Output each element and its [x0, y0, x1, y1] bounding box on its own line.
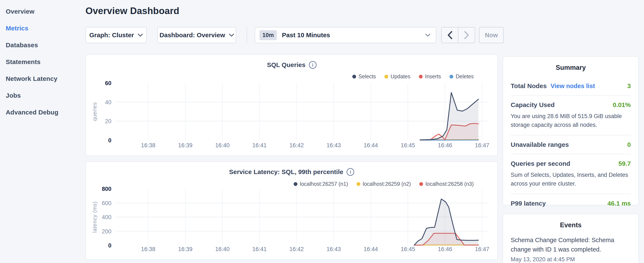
service-latency-plot: 16:3816:3916:4016:4116:4216:4316:4416:45…: [86, 185, 498, 260]
events-title: Events: [511, 221, 631, 229]
svg-text:16:41: 16:41: [252, 142, 267, 149]
svg-text:0: 0: [108, 242, 112, 249]
summary-row-value: 46.1 ms: [608, 200, 631, 207]
chart-header: SQL Queries i: [86, 61, 498, 69]
legend-label: Inserts: [425, 73, 441, 80]
chart-title: Service Latency: SQL, 99th percentile: [229, 168, 343, 176]
svg-text:16:42: 16:42: [289, 246, 304, 252]
legend-label: Selects: [358, 73, 376, 80]
legend-item: Selects: [352, 73, 376, 80]
summary-row-label: Total Nodes: [511, 82, 546, 90]
chevron-left-icon: [447, 31, 453, 39]
svg-text:16:42: 16:42: [289, 142, 304, 149]
time-range-selector[interactable]: 10m Past 10 Minutes: [255, 27, 436, 43]
svg-text:200: 200: [102, 228, 112, 235]
svg-text:16:46: 16:46: [438, 142, 452, 149]
svg-text:16:44: 16:44: [364, 246, 378, 252]
events-panel: Events Schema Change Completed: Schema c…: [502, 214, 639, 263]
legend-label: Updates: [390, 73, 410, 80]
summary-panel: Summary Total NodesView nodes list3Capac…: [502, 56, 639, 205]
legend-dot-icon: [419, 75, 423, 79]
summary-row-description: Sum of Selects, Updates, Inserts, and De…: [511, 171, 631, 188]
summary-row: P99 latency46.1 ms: [511, 194, 631, 212]
summary-row-label: Unavailable ranges: [511, 141, 569, 148]
legend-label: Deletes: [456, 73, 474, 80]
info-icon[interactable]: i: [346, 168, 354, 176]
event-item[interactable]: Schema Change Completed: Schema change w…: [511, 235, 631, 263]
svg-text:16:47: 16:47: [475, 246, 490, 252]
sidebar: OverviewMetricsDatabasesStatementsNetwor…: [0, 0, 81, 121]
controls-divider: [247, 27, 247, 43]
page-title: Overview Dashboard: [86, 6, 179, 16]
summary-row: Capacity Used0.01%You are using 28.6 MiB…: [511, 96, 631, 135]
summary-row-value: 59.7: [618, 160, 631, 167]
summary-row: Unavailable ranges0: [511, 135, 631, 154]
svg-text:16:39: 16:39: [178, 246, 193, 252]
svg-text:16:39: 16:39: [178, 142, 193, 149]
svg-text:16:45: 16:45: [401, 246, 415, 252]
svg-text:16:41: 16:41: [252, 246, 267, 252]
chevron-down-icon: [229, 34, 234, 37]
chevron-down-icon: [425, 34, 430, 37]
event-timestamp: May 13, 2020 at 4:45 PM: [511, 256, 631, 263]
dashboard-dropdown-label: Dashboard: Overview: [160, 32, 225, 39]
summary-row: Total NodesView nodes list3: [511, 77, 631, 96]
graph-dropdown-label: Graph: Cluster: [89, 32, 134, 39]
summary-row-value: 0.01%: [613, 101, 631, 109]
now-button[interactable]: Now: [479, 27, 504, 43]
sidebar-item-network-latency[interactable]: Network Latency: [6, 70, 81, 87]
legend-dot-icon: [352, 75, 356, 79]
svg-text:16:38: 16:38: [141, 142, 156, 149]
info-icon[interactable]: i: [309, 61, 316, 69]
chart-legend: SelectsUpdatesInsertsDeletes: [352, 73, 474, 80]
summary-row-label: P99 latency: [511, 200, 546, 207]
summary-title: Summary: [511, 64, 631, 72]
time-step-buttons: [441, 27, 475, 43]
sidebar-item-advanced-debug[interactable]: Advanced Debug: [6, 104, 81, 121]
dashboard-dropdown[interactable]: Dashboard: Overview: [157, 27, 236, 43]
svg-text:16:40: 16:40: [215, 142, 230, 149]
svg-text:16:43: 16:43: [326, 246, 341, 252]
time-range-badge: 10m: [260, 30, 277, 40]
sidebar-item-overview[interactable]: Overview: [6, 3, 81, 20]
view-nodes-list-link[interactable]: View nodes list: [550, 83, 595, 90]
sql-queries-plot: 16:3816:3916:4016:4116:4216:4316:4416:45…: [86, 79, 498, 156]
summary-row-label: Capacity Used: [511, 101, 555, 109]
service-latency-chart-card: Service Latency: SQL, 99th percentile i …: [86, 161, 498, 260]
svg-text:16:46: 16:46: [438, 246, 452, 252]
legend-dot-icon: [384, 75, 388, 79]
controls-row: Graph: Cluster Dashboard: Overview 10m P…: [0, 27, 644, 43]
sidebar-item-statements[interactable]: Statements: [6, 53, 81, 70]
svg-text:600: 600: [102, 200, 112, 206]
svg-text:40: 40: [105, 99, 112, 106]
summary-row-value: 0: [627, 141, 631, 148]
svg-text:16:43: 16:43: [326, 142, 341, 149]
summary-row-description: You are using 28.6 MiB of 515.9 GiB usab…: [511, 112, 631, 129]
legend-item: Updates: [384, 73, 410, 80]
legend-dot-icon: [450, 75, 453, 79]
svg-text:400: 400: [102, 214, 112, 220]
legend-item: Deletes: [450, 73, 474, 80]
summary-row: Queries per second59.7Sum of Selects, Up…: [511, 154, 631, 194]
chart-header: Service Latency: SQL, 99th percentile i: [86, 168, 498, 176]
sql-queries-chart-card: SQL Queries i SelectsUpdatesInsertsDelet…: [86, 54, 498, 156]
svg-text:16:45: 16:45: [401, 142, 415, 149]
chevron-right-icon: [464, 31, 470, 39]
svg-text:16:47: 16:47: [475, 142, 490, 149]
summary-row-value: 3: [627, 82, 631, 90]
svg-text:16:44: 16:44: [364, 142, 378, 149]
summary-row-label: Queries per second: [511, 160, 570, 167]
time-range-label: Past 10 Minutes: [282, 32, 330, 39]
svg-text:60: 60: [105, 80, 112, 86]
svg-text:latency (ms): latency (ms): [92, 201, 98, 233]
event-text: Schema Change Completed: Schema change w…: [511, 235, 631, 254]
prev-time-button[interactable]: [442, 28, 458, 43]
svg-text:16:40: 16:40: [215, 246, 230, 252]
svg-text:0: 0: [108, 137, 112, 144]
sidebar-item-jobs[interactable]: Jobs: [6, 87, 81, 104]
chevron-down-icon: [138, 34, 143, 37]
chart-title: SQL Queries: [267, 61, 305, 69]
next-time-button[interactable]: [458, 28, 475, 43]
graph-dropdown[interactable]: Graph: Cluster: [86, 27, 147, 43]
svg-text:16:38: 16:38: [141, 246, 156, 252]
